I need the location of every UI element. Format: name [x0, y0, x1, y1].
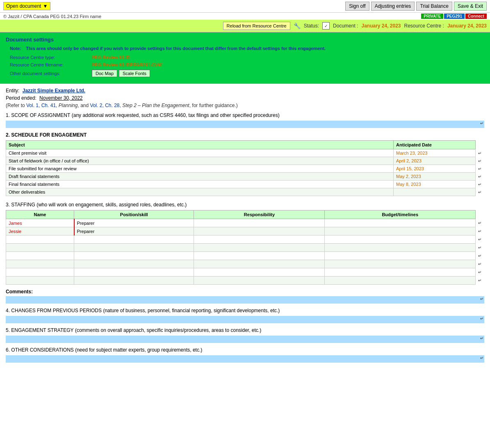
staffing-position-cell[interactable]: Preparer: [74, 219, 194, 227]
staffing-position-cell[interactable]: [74, 235, 194, 244]
staffing-position-cell[interactable]: [74, 244, 194, 252]
staffing-col-budget: Budget/timelines: [325, 210, 476, 219]
staffing-expand-cell[interactable]: ↵: [476, 260, 484, 268]
schedule-subject-cell[interactable]: Other deliverables: [6, 188, 394, 196]
section5-input-bar[interactable]: ↵: [6, 336, 484, 343]
checkmark-icon: ✓: [324, 24, 328, 28]
schedule-subject-cell[interactable]: Start of fieldwork (in office / out of o…: [6, 157, 394, 165]
staffing-budget-cell[interactable]: [325, 277, 476, 285]
staffing-position-cell[interactable]: Preparer: [74, 227, 194, 235]
schedule-date-cell[interactable]: April 15, 2023: [394, 165, 476, 173]
adjusting-entries-button[interactable]: Adjusting entries: [371, 2, 415, 11]
section6-input-bar[interactable]: ↵: [6, 355, 484, 363]
staffing-budget-cell[interactable]: [325, 227, 476, 235]
schedule-date-cell[interactable]: April 2, 2023: [394, 157, 476, 165]
badge-private: PRIVATE: [421, 14, 443, 19]
schedule-date-cell[interactable]: March 23, 2023: [394, 149, 476, 157]
staffing-position-cell[interactable]: [74, 260, 194, 268]
schedule-subject-cell[interactable]: Client premise visit: [6, 149, 394, 157]
staffing-responsibility-cell[interactable]: [194, 268, 325, 277]
staffing-name-cell[interactable]: [6, 252, 74, 260]
staffing-position-cell[interactable]: [74, 252, 194, 260]
staffing-position-cell[interactable]: [74, 268, 194, 277]
schedule-subject-cell[interactable]: Draft financial statements: [6, 173, 394, 181]
schedule-expand-cell[interactable]: ↵: [476, 157, 484, 165]
status-checkbox[interactable]: ✓: [322, 22, 330, 30]
staffing-expand-cell[interactable]: ↵: [476, 277, 484, 285]
schedule-expand-cell[interactable]: ↵: [476, 149, 484, 157]
staffing-budget-cell[interactable]: [325, 219, 476, 227]
template-bar-controls: Reload from Resource Centre 🔧 Status: ✓ …: [223, 22, 487, 30]
document-settings-note: Note: This area should only be changed i…: [6, 46, 484, 51]
staffing-budget-cell[interactable]: [325, 252, 476, 260]
schedule-expand-cell[interactable]: ↵: [476, 188, 484, 196]
staffing-expand-cell[interactable]: ↵: [476, 252, 484, 260]
entity-line: Entity: Jazzit Simple Example Ltd.: [6, 88, 484, 94]
sign-off-button[interactable]: Sign off: [345, 2, 369, 11]
section5-expand-icon[interactable]: ↵: [480, 336, 483, 341]
staffing-expand-cell[interactable]: ↵: [476, 219, 484, 227]
schedule-subject-cell[interactable]: Final financial statements: [6, 181, 394, 188]
doc-map-button[interactable]: Doc Map: [92, 70, 117, 77]
vol2-link[interactable]: Vol. 2, Ch. 28,: [90, 103, 121, 108]
staffing-expand-cell[interactable]: ↵: [476, 244, 484, 252]
staffing-expand-cell[interactable]: ↵: [476, 227, 484, 235]
staffing-responsibility-cell[interactable]: [194, 219, 325, 227]
schedule-col-date: Anticipated Date: [394, 141, 476, 149]
staffing-row: ↵: [6, 252, 484, 260]
section5-title: 5. ENGAGEMENT STRATEGY: [6, 327, 74, 333]
schedule-row: Final financial statements May 8, 2023 ↵: [6, 181, 484, 188]
comments-input-bar[interactable]: ↵: [6, 296, 484, 304]
staffing-name-cell[interactable]: [6, 277, 74, 285]
schedule-expand-cell[interactable]: ↵: [476, 173, 484, 181]
section2-container: 2. SCHEDULE FOR ENGAGEMENT Double-click …: [6, 132, 484, 196]
staffing-responsibility-cell[interactable]: [194, 252, 325, 260]
section4-expand-icon[interactable]: ↵: [480, 316, 483, 321]
section4-input-bar[interactable]: ↵: [6, 316, 484, 323]
schedule-date-cell[interactable]: [394, 188, 476, 196]
section6-expand-icon[interactable]: ↵: [480, 356, 483, 360]
schedule-subject-cell[interactable]: File submitted for manager review: [6, 165, 394, 173]
staffing-name-cell[interactable]: [6, 268, 74, 277]
comments-expand-icon[interactable]: ↵: [480, 297, 483, 301]
schedule-date-cell[interactable]: May 8, 2023: [394, 181, 476, 188]
schedule-expand-cell[interactable]: ↵: [476, 181, 484, 188]
staffing-responsibility-cell[interactable]: [194, 260, 325, 268]
staffing-budget-cell[interactable]: [325, 244, 476, 252]
badge-connect: Connect: [465, 14, 487, 19]
vol1-link[interactable]: Vol. 1, Ch. 41,: [26, 103, 57, 108]
staffing-budget-cell[interactable]: [325, 268, 476, 277]
staffing-expand-cell[interactable]: ↵: [476, 268, 484, 277]
section1-expand-icon[interactable]: ↵: [480, 121, 483, 126]
document-settings-panel: Document settings Note: This area should…: [0, 32, 490, 84]
staffing-name-cell[interactable]: [6, 235, 74, 244]
staffing-name-cell[interactable]: Jessie: [6, 227, 74, 235]
section5-header: 5. ENGAGEMENT STRATEGY (comments on over…: [6, 327, 484, 333]
resource-centre-date: January 24, 2023: [447, 23, 487, 29]
scale-fonts-button[interactable]: Scale Fonts: [119, 70, 150, 77]
staffing-name-cell[interactable]: [6, 260, 74, 268]
staffing-name-cell[interactable]: [6, 244, 74, 252]
reload-resource-centre-button[interactable]: Reload from Resource Centre: [223, 22, 290, 30]
schedule-date-cell[interactable]: May 2, 2023: [394, 173, 476, 181]
section3-note: (who will work on engagement, skills, as…: [36, 202, 187, 208]
save-exit-button[interactable]: Save & Exit: [454, 2, 487, 11]
schedule-expand-cell[interactable]: ↵: [476, 165, 484, 173]
entity-name: Jazzit Simple Example Ltd.: [23, 88, 85, 94]
staffing-responsibility-cell[interactable]: [194, 227, 325, 235]
section1-input-bar[interactable]: ↵: [6, 121, 484, 128]
staffing-responsibility-cell[interactable]: [194, 235, 325, 244]
wrench-icon[interactable]: 🔧: [294, 23, 301, 29]
staffing-budget-cell[interactable]: [325, 260, 476, 268]
staffing-name-cell[interactable]: James: [6, 219, 74, 227]
staffing-responsibility-cell[interactable]: [194, 244, 325, 252]
staffing-responsibility-cell[interactable]: [194, 277, 325, 285]
open-document-button[interactable]: Open document ▼: [3, 2, 50, 10]
staffing-position-cell[interactable]: [74, 277, 194, 285]
resource-centre-filename-row: Resource Centre filename: PEG Review KLI…: [6, 62, 484, 67]
staffing-budget-cell[interactable]: [325, 235, 476, 244]
trial-balance-button[interactable]: Trial Balance: [416, 2, 452, 11]
planning-italic: Planning: [59, 103, 78, 108]
staffing-expand-cell[interactable]: ↵: [476, 235, 484, 244]
staffing-row: ↵: [6, 244, 484, 252]
